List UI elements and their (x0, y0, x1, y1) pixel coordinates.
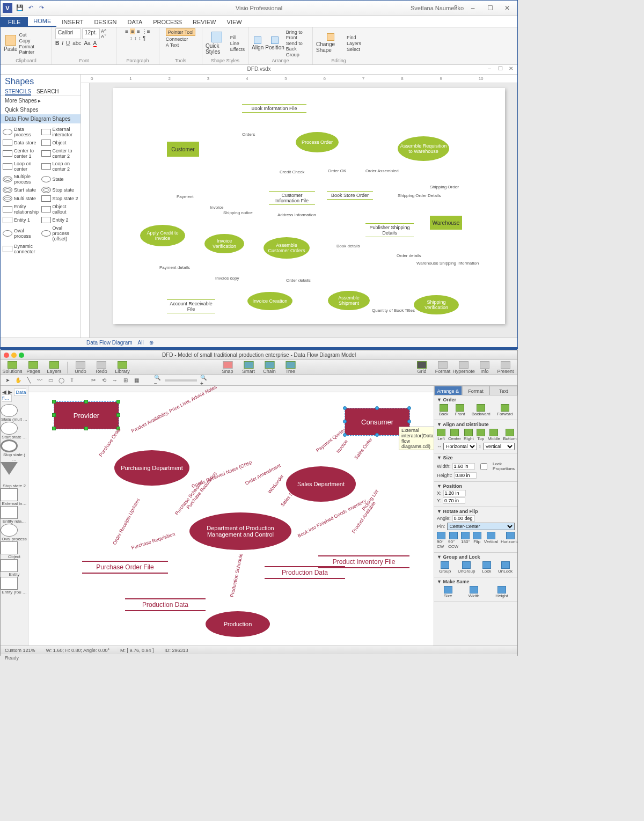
redo-icon[interactable]: ↷ (37, 4, 46, 12)
shape-item[interactable]: Center to center 1 (3, 148, 40, 159)
page[interactable]: Book Information FileCustomer Informatio… (113, 88, 505, 324)
change-shape[interactable]: Change Shape (316, 33, 345, 53)
shape-item[interactable]: Entity 2 (41, 217, 79, 223)
format-button[interactable]: Format (433, 361, 452, 374)
cut-button[interactable]: Cut (19, 32, 48, 38)
cd-shape-item[interactable]: Entity (1, 559, 28, 577)
selection-handle[interactable] (343, 420, 347, 423)
copy-button[interactable]: Copy (19, 38, 48, 43)
underline-button[interactable]: U (66, 40, 70, 47)
page-tab[interactable]: Data Flow Diagram (86, 340, 133, 346)
italic-button[interactable]: I (62, 40, 63, 47)
arrow-tool[interactable]: ➤ (4, 377, 11, 384)
tab-insert[interactable]: INSERT (56, 17, 89, 27)
selection-handle[interactable] (84, 400, 88, 404)
cd-shape-item[interactable]: Stop state ( … (1, 439, 28, 462)
selection-handle[interactable] (52, 400, 56, 404)
close-icon[interactable]: ✕ (499, 3, 515, 13)
cdfd-process[interactable]: Department of Production Management and … (189, 512, 291, 550)
shape-item[interactable]: Multi state (3, 195, 40, 202)
tab-home[interactable]: HOME (28, 16, 56, 27)
selection-handle[interactable] (407, 420, 411, 423)
shape-item[interactable]: Data store (3, 140, 40, 146)
dfd-store[interactable]: Account Receivable File (167, 299, 215, 313)
dfd-entity[interactable]: Warehouse (430, 216, 462, 230)
cd-shape-item[interactable]: External in… (1, 488, 28, 506)
present-button[interactable]: Present (496, 361, 515, 374)
fill-button[interactable]: Fill (230, 35, 245, 40)
shape-item[interactable]: Data process (3, 127, 40, 137)
tab-file[interactable]: FILE (1, 17, 28, 27)
selection-handle[interactable] (84, 427, 88, 430)
dfd-process[interactable]: Invoice Creation (247, 292, 292, 310)
more-shapes[interactable]: More Shapes ▸ (1, 96, 80, 105)
selection-handle[interactable] (375, 406, 379, 410)
info-button[interactable]: Info (475, 361, 494, 374)
tab-review[interactable]: REVIEW (187, 17, 221, 27)
grid-button[interactable]: Grid (412, 361, 431, 374)
dfd-process[interactable]: Assemble Shipment (328, 291, 370, 310)
shape-item[interactable]: Loop on center 2 (41, 161, 79, 172)
canvas[interactable]: 012345678910 Book Information FileCustom… (81, 75, 517, 338)
cdfd-store[interactable]: Product Inventory File (318, 555, 409, 568)
tab-view[interactable]: VIEW (221, 17, 247, 27)
shape-item[interactable]: Stop state (41, 187, 79, 193)
shape-item[interactable]: External interactor (41, 127, 79, 137)
dfd-process[interactable]: Process Order (296, 132, 339, 152)
position-button[interactable]: Position (265, 36, 284, 50)
smart-button[interactable]: Smart (239, 361, 258, 374)
cd-shape-item[interactable]: Stop state 2 (1, 462, 28, 488)
height-input[interactable] (454, 472, 477, 479)
maximize-icon[interactable]: ☐ (482, 3, 498, 13)
selection-handle[interactable] (375, 433, 379, 437)
cdfd-store[interactable]: Purchase Order File (82, 561, 168, 574)
font-name[interactable]: Calibri (55, 28, 81, 39)
library-button[interactable]: Library (113, 361, 132, 374)
pages-button[interactable]: Pages (24, 361, 43, 374)
doc-close[interactable]: ✕ (507, 65, 515, 71)
snap-button[interactable]: Snap (218, 361, 237, 374)
selection-handle[interactable] (116, 400, 120, 404)
shape-item[interactable]: Oval process (offset) (41, 225, 79, 241)
font-size[interactable]: 12pt. (82, 28, 100, 39)
dfd-store[interactable]: Publisher Shipping Details (365, 223, 414, 237)
align-button[interactable]: Align (252, 36, 264, 50)
layers-button[interactable]: Layers (45, 361, 64, 374)
undo-button[interactable]: Undo (71, 361, 90, 374)
effects-button[interactable]: Effects (230, 47, 245, 52)
shape-item[interactable]: Start state (3, 187, 40, 193)
shape-item[interactable]: Multiple process (3, 174, 40, 185)
selection-handle[interactable] (343, 433, 347, 437)
dfd-process[interactable]: Apply Credit to Invoice (140, 225, 185, 246)
format-painter-button[interactable]: Format Painter (19, 44, 48, 55)
dfd-store[interactable]: Book Information File (242, 104, 306, 113)
selection-handle[interactable] (343, 406, 347, 410)
dfd-process[interactable]: Assemble Requisition to Warehouse (398, 136, 449, 161)
dfd-process[interactable]: Assemble Customer Orders (264, 237, 310, 259)
quick-shapes[interactable]: Quick Shapes (1, 105, 80, 114)
shape-item[interactable]: Loop on center (3, 161, 40, 172)
tab-design[interactable]: DESIGN (89, 17, 122, 27)
chain-button[interactable]: Chain (260, 361, 279, 374)
shape-item[interactable]: Dynamic connector (3, 244, 40, 254)
doc-max[interactable]: ☐ (496, 65, 504, 71)
selection-handle[interactable] (116, 413, 120, 417)
cd-zoom-slider[interactable] (165, 379, 197, 382)
dfd-process[interactable]: Invoice Verification (204, 234, 244, 253)
dfd-store[interactable]: Book Store Order (327, 191, 373, 200)
text-tool[interactable]: A Text (166, 42, 179, 48)
line-button[interactable]: Line (230, 41, 245, 46)
hand-tool[interactable]: ✋ (14, 377, 22, 384)
tab-process[interactable]: PROCESS (148, 17, 187, 27)
help-icon[interactable]: ? (448, 3, 464, 13)
shape-item[interactable]: Center to center 2 (41, 148, 79, 159)
dfd-entity[interactable]: Customer (167, 142, 199, 157)
cd-canvas[interactable]: Purchase Order FileProduction DataProduc… (28, 386, 434, 646)
pointer-tool[interactable]: Pointer Tool (166, 28, 195, 36)
add-page[interactable]: ⊕ (149, 340, 153, 346)
selection-handle[interactable] (407, 406, 411, 410)
cd-shape-item[interactable]: Object (1, 541, 28, 559)
cdfd-entity[interactable]: Provider (54, 402, 119, 429)
dfd-process[interactable]: Shipping Verification (414, 295, 459, 314)
shape-item[interactable]: Stop state 2 (41, 195, 79, 202)
